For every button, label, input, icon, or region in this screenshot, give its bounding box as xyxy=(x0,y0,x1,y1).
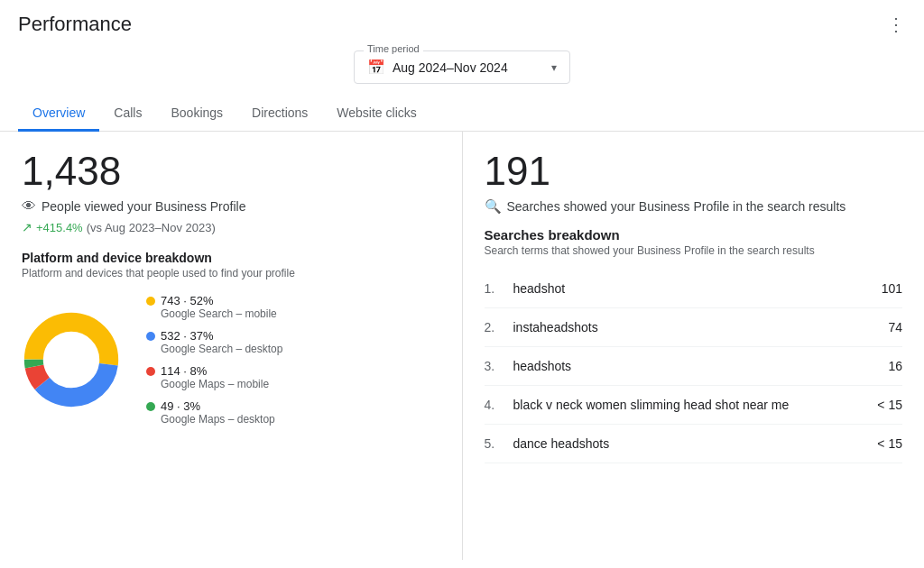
search-rank-4: 4. xyxy=(485,398,506,412)
svg-point-4 xyxy=(48,336,95,383)
views-description: 👁 People viewed your Business Profile xyxy=(22,198,440,215)
legend-value-0: 743 · 52% xyxy=(161,294,277,307)
legend-item-0: 743 · 52% Google Search – mobile xyxy=(146,294,282,320)
search-icon: 🔍 xyxy=(485,198,502,215)
search-term-row: 2. instaheadshots 74 xyxy=(485,308,903,347)
search-term-1: headshot xyxy=(506,281,867,296)
legend-item-3: 49 · 3% Google Maps – desktop xyxy=(146,399,282,426)
legend-label-0: Google Search – mobile xyxy=(161,307,277,320)
chart-area: 743 · 52% Google Search – mobile 532 · 3… xyxy=(22,294,440,426)
breakdown-section-title: Searches breakdown xyxy=(485,227,903,243)
chevron-down-icon: ▾ xyxy=(551,61,557,74)
legend-dot-green xyxy=(146,402,155,411)
legend-dot-red xyxy=(146,367,155,376)
left-panel: 1,438 👁 People viewed your Business Prof… xyxy=(0,132,463,560)
time-period-label: Time period xyxy=(364,43,423,54)
legend-label-3: Google Maps – desktop xyxy=(161,413,275,426)
search-term-2: instaheadshots xyxy=(506,320,867,334)
searches-description: 🔍 Searches showed your Business Profile … xyxy=(485,198,903,215)
more-options-icon[interactable]: ⋮ xyxy=(887,14,906,35)
legend-value-2: 114 · 8% xyxy=(161,364,269,378)
tab-directions[interactable]: Directions xyxy=(237,96,322,132)
search-term-row: 5. dance headshots < 15 xyxy=(485,425,903,463)
search-count-1: 101 xyxy=(866,281,902,296)
search-count-5: < 15 xyxy=(866,436,902,451)
search-term-5: dance headshots xyxy=(506,436,867,451)
search-count-4: < 15 xyxy=(866,398,902,412)
legend: 743 · 52% Google Search – mobile 532 · 3… xyxy=(146,294,282,426)
search-rank-1: 1. xyxy=(485,281,506,296)
header: Performance ⋮ xyxy=(0,0,924,45)
search-rank-3: 3. xyxy=(485,359,506,373)
legend-item-2: 114 · 8% Google Maps – mobile xyxy=(146,364,282,390)
search-count-2: 74 xyxy=(866,320,902,334)
change-percentage: +415.4% xyxy=(36,221,83,234)
tab-overview[interactable]: Overview xyxy=(18,96,99,132)
legend-value-3: 49 · 3% xyxy=(161,399,275,413)
tab-website-clicks[interactable]: Website clicks xyxy=(322,96,430,132)
eye-icon: 👁 xyxy=(22,198,36,215)
legend-item-1: 532 · 37% Google Search – desktop xyxy=(146,329,282,355)
views-count: 1,438 xyxy=(22,150,440,193)
legend-dot-yellow xyxy=(146,297,155,306)
search-rank-2: 2. xyxy=(485,320,506,334)
tab-bookings[interactable]: Bookings xyxy=(156,96,237,132)
calendar-icon: 📅 xyxy=(367,59,385,76)
breakdown-subtitle: Platform and devices that people used to… xyxy=(22,267,440,279)
time-period-dropdown[interactable]: Time period 📅 Aug 2024–Nov 2024 ▾ xyxy=(354,50,570,84)
tabs-nav: Overview Calls Bookings Directions Websi… xyxy=(0,96,924,132)
legend-label-2: Google Maps – mobile xyxy=(161,378,269,390)
search-term-row: 3. headshots 16 xyxy=(485,347,903,386)
search-term-row: 4. black v neck women slimming head shot… xyxy=(485,386,903,425)
breakdown-title: Platform and device breakdown xyxy=(22,251,440,265)
search-term-list: 1. headshot 101 2. instaheadshots 74 3. … xyxy=(485,270,903,463)
legend-dot-blue xyxy=(146,332,155,341)
legend-value-1: 532 · 37% xyxy=(161,329,282,343)
search-term-row: 1. headshot 101 xyxy=(485,270,903,308)
time-period-value: Aug 2024–Nov 2024 xyxy=(393,60,544,75)
search-count-3: 16 xyxy=(866,359,902,373)
search-term-4: black v neck women slimming head shot ne… xyxy=(506,398,867,412)
page-title: Performance xyxy=(18,13,132,36)
search-rank-5: 5. xyxy=(485,436,506,451)
donut-chart xyxy=(22,310,121,409)
trend-up-icon: ↗ xyxy=(22,220,32,234)
change-period: (vs Aug 2023–Nov 2023) xyxy=(87,221,216,234)
searches-count: 191 xyxy=(485,150,903,193)
change-indicator: ↗ +415.4% (vs Aug 2023–Nov 2023) xyxy=(22,220,440,234)
search-term-3: headshots xyxy=(506,359,867,373)
breakdown-section-subtitle: Search terms that showed your Business P… xyxy=(485,244,903,257)
right-panel: 191 🔍 Searches showed your Business Prof… xyxy=(463,132,925,560)
legend-label-1: Google Search – desktop xyxy=(161,343,282,355)
tab-calls[interactable]: Calls xyxy=(99,96,156,132)
time-period-container: Time period 📅 Aug 2024–Nov 2024 ▾ xyxy=(0,45,924,96)
content-area: 1,438 👁 People viewed your Business Prof… xyxy=(0,132,924,560)
